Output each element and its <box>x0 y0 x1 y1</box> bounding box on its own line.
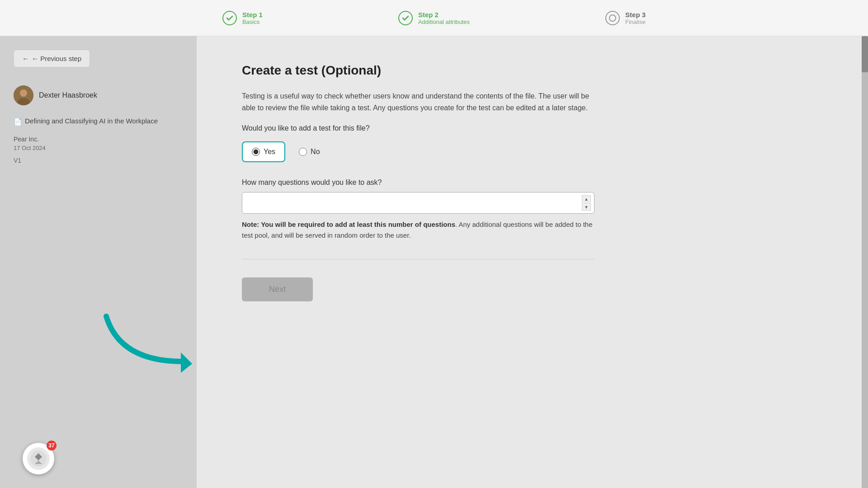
number-input-wrapper: ▲ ▼ <box>242 192 594 214</box>
page-wrapper: Step 1 Basics Step 2 Additional attribut… <box>0 0 868 488</box>
note-text: Note: You will be required to add at lea… <box>242 219 594 241</box>
svg-marker-4 <box>181 352 192 373</box>
page-title: Create a test (Optional) <box>242 63 814 78</box>
radio-no-input[interactable] <box>299 148 307 156</box>
step-3-icon <box>605 11 620 25</box>
prev-step-button[interactable]: ← ← Previous step <box>14 50 90 67</box>
file-icon: 📄 <box>14 117 22 127</box>
radio-yes[interactable]: Yes <box>242 141 285 162</box>
step-1: Step 1 Basics <box>222 11 263 25</box>
step-3-name: Step 3 <box>625 11 646 19</box>
step-3-sub: Finalise <box>625 19 646 25</box>
step-1-sub: Basics <box>242 19 263 25</box>
sidebar: ← ← Previous step Dexter Haasbroek <box>0 36 197 488</box>
questions-section: How many questions would you like to ask… <box>242 178 814 241</box>
user-info: Dexter Haasbroek <box>14 85 183 105</box>
scrollbar-thumb[interactable] <box>862 36 868 72</box>
spinner-buttons: ▲ ▼ <box>582 195 591 211</box>
content-panel: Create a test (Optional) Testing is a us… <box>197 36 868 488</box>
step-1-icon <box>222 11 237 25</box>
step-2: Step 2 Additional attributes <box>398 11 470 25</box>
file-title-text: Defining and Classifying AI in the Workp… <box>25 116 158 126</box>
svg-point-0 <box>609 15 616 21</box>
radio-no[interactable]: No <box>299 141 320 162</box>
radio-yes-label: Yes <box>264 148 275 156</box>
arrow-decoration <box>93 307 206 389</box>
notification-badge[interactable]: 37 <box>23 443 54 474</box>
step-2-sub: Additional attributes <box>418 19 470 25</box>
avatar-image <box>14 85 33 105</box>
step-3-text: Step 3 Finalise <box>625 11 646 25</box>
stepper-bar: Step 1 Basics Step 2 Additional attribut… <box>0 0 868 36</box>
spinner-up-button[interactable]: ▲ <box>582 195 591 202</box>
note-bold: Note: You will be required to add at lea… <box>242 221 455 228</box>
radio-yes-input[interactable] <box>252 148 260 156</box>
notification-count: 37 <box>47 441 57 450</box>
step-2-icon <box>398 11 413 25</box>
prev-arrow-icon: ← <box>22 55 29 62</box>
step-1-name: Step 1 <box>242 11 263 19</box>
step-2-name: Step 2 <box>418 11 470 19</box>
spinner-down-button[interactable]: ▼ <box>582 203 591 211</box>
svg-point-2 <box>20 89 27 97</box>
company-name: Pear Inc. <box>14 136 183 143</box>
divider <box>242 259 594 259</box>
main-area: ← ← Previous step Dexter Haasbroek <box>0 36 868 488</box>
notification-logo <box>27 447 50 470</box>
questions-label: How many questions would you like to ask… <box>242 178 814 187</box>
step-2-text: Step 2 Additional attributes <box>418 11 470 25</box>
radio-no-label: No <box>311 148 320 156</box>
next-button[interactable]: Next <box>242 277 313 301</box>
file-title: 📄 Defining and Classifying AI in the Wor… <box>14 116 183 127</box>
scrollbar-track <box>862 36 868 488</box>
avatar <box>14 85 33 105</box>
question-text: Would you like to add a test for this fi… <box>242 124 814 132</box>
description-text: Testing is a useful way to check whether… <box>242 90 594 113</box>
questions-count-input[interactable] <box>242 192 594 214</box>
version-text: V1 <box>14 157 183 164</box>
prev-step-label: ← Previous step <box>32 55 81 62</box>
username: Dexter Haasbroek <box>39 91 97 99</box>
step-3: Step 3 Finalise <box>605 11 646 25</box>
step-1-text: Step 1 Basics <box>242 11 263 25</box>
date-text: 17 Oct 2024 <box>14 145 183 151</box>
radio-group: Yes No <box>242 141 814 162</box>
